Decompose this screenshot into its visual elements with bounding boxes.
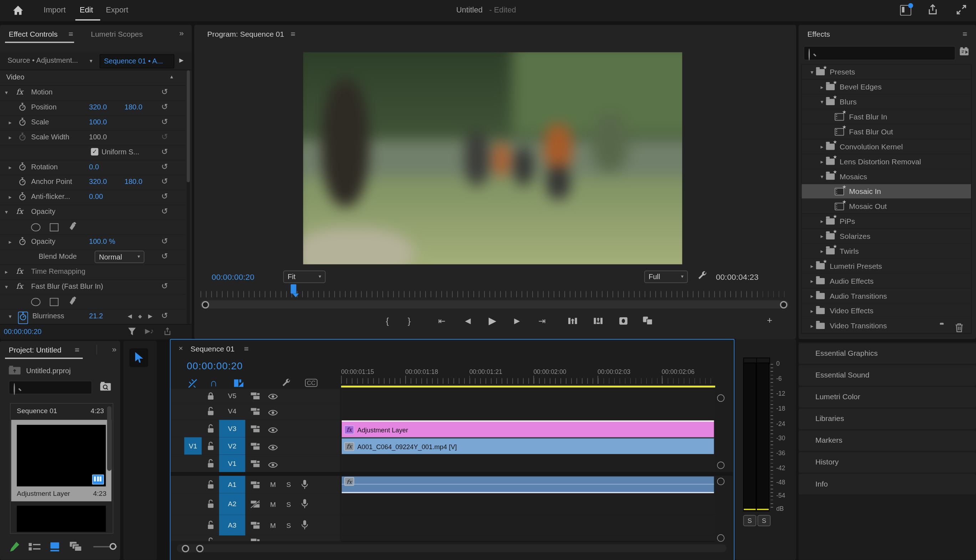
stopwatch-icon[interactable] (18, 162, 26, 173)
blend-mode-select[interactable]: Normal ▾ (95, 251, 144, 263)
reset-icon[interactable]: ↺ (161, 236, 168, 246)
reset-icon[interactable]: ↺ (161, 87, 168, 96)
chevron-icon[interactable]: ▸ (808, 293, 816, 299)
delete-icon[interactable] (955, 323, 964, 335)
rectangle-mask-icon[interactable] (50, 223, 58, 231)
project-breadcrumb[interactable]: Untitled.prproj (26, 367, 71, 374)
chevron-open-icon[interactable]: ▾ (5, 90, 8, 95)
tab-project[interactable]: Project: Untitled (8, 346, 61, 354)
opacity-value-row[interactable]: ▸ Opacity 100.0 % ↺ (0, 235, 186, 250)
fx-icon[interactable]: fx (16, 88, 23, 96)
reset-icon[interactable]: ↺ (161, 311, 168, 320)
source-clip-selector[interactable]: Source • Adjustment... (7, 57, 78, 64)
tree-item-lumetri-presets[interactable]: ▸Lumetri Presets (802, 259, 971, 274)
chevron-open-icon[interactable]: ▾ (5, 284, 8, 290)
pin-to-clip-icon[interactable]: ▶ (179, 57, 184, 63)
new-preset-bin-icon[interactable] (959, 47, 970, 59)
mute-button[interactable]: M (270, 481, 276, 488)
project-search-input[interactable] (8, 381, 92, 394)
project-thumbnail[interactable] (17, 506, 106, 532)
scrollbar-handle-right[interactable] (780, 301, 787, 308)
mute-button[interactable]: M (270, 522, 276, 529)
chevron-icon[interactable]: ▸ (808, 278, 816, 284)
export-keyframes-icon[interactable] (164, 327, 172, 338)
track-lane-v4[interactable] (341, 402, 715, 421)
track-name-v1-targeted[interactable]: V1 (219, 455, 245, 472)
collapse-icon[interactable]: ▴ (170, 73, 173, 80)
chevron-icon[interactable]: ▸ (818, 143, 826, 149)
playback-resolution-select[interactable]: Full ▾ (644, 270, 688, 283)
share-icon[interactable] (928, 3, 938, 18)
stopwatch-icon[interactable] (18, 177, 26, 188)
ellipse-mask-icon[interactable] (31, 298, 40, 306)
button-editor-icon[interactable]: + (767, 315, 772, 325)
eye-icon[interactable] (267, 407, 278, 418)
track-name-v2-targeted[interactable]: V2 (219, 437, 245, 455)
rotation-value[interactable]: 0.0 (89, 163, 99, 170)
tab-lumetri-color[interactable]: Lumetri Color (799, 387, 976, 407)
add-keyframe-icon[interactable]: ◆ (138, 313, 142, 319)
menu-import[interactable]: Import (43, 6, 66, 14)
lock-open-icon[interactable] (207, 459, 214, 470)
filter-properties-icon[interactable] (128, 327, 136, 338)
tree-item-bevel-edges[interactable]: ▸Bevel Edges (802, 80, 971, 95)
tree-item-video-effects[interactable]: ▸Video Effects (802, 304, 971, 319)
comparison-view-icon[interactable] (642, 316, 653, 328)
audio-track-zoom-handle[interactable] (717, 478, 725, 485)
play-icon[interactable]: ▶ (489, 315, 496, 327)
track-lane-a1[interactable]: fx (341, 476, 715, 494)
tree-item-mosaic-out[interactable]: Mosaic Out (802, 199, 971, 214)
scrollbar-thumb[interactable] (187, 70, 190, 182)
pen-mask-icon[interactable] (69, 222, 77, 234)
program-scrollbar[interactable] (201, 300, 789, 309)
lock-open-icon[interactable] (207, 480, 214, 491)
program-preview-frame[interactable] (303, 52, 682, 265)
writable-pencil-icon[interactable] (8, 541, 20, 555)
fast-blur-effect-row[interactable]: ▾ fx Fast Blur (Fast Blur In) ↺ (0, 279, 186, 295)
anchor-y-value[interactable]: 180.0 (124, 178, 142, 185)
home-icon[interactable] (12, 5, 23, 18)
program-timecode[interactable]: 00:00:00:20 (212, 272, 254, 282)
play-audio-icon[interactable]: ▶♪ (145, 327, 154, 335)
tab-essential-graphics[interactable]: Essential Graphics (799, 343, 976, 364)
stopwatch-icon[interactable] (18, 237, 26, 248)
chevron-icon[interactable]: ▸ (818, 233, 826, 239)
chevron-icon[interactable]: ▾ (808, 69, 816, 75)
program-mini-ruler[interactable] (201, 291, 789, 297)
rectangle-mask-icon[interactable] (50, 298, 58, 306)
sync-lock-icon[interactable] (250, 459, 260, 470)
anchor-point-row[interactable]: Anchor Point 320.0 180.0 ↺ (0, 175, 186, 190)
chevron-closed-icon[interactable]: ▸ (8, 119, 12, 125)
track-header-v4[interactable]: V4 (170, 402, 340, 421)
mic-voiceover-icon[interactable] (301, 480, 308, 492)
chevron-icon[interactable]: ▸ (808, 263, 816, 269)
track-name-a2-targeted[interactable]: A2 (219, 493, 245, 515)
stopwatch-icon[interactable] (18, 103, 26, 114)
lift-icon[interactable] (568, 317, 578, 328)
track-name-v4[interactable]: V4 (219, 407, 245, 415)
mic-voiceover-icon[interactable] (301, 499, 308, 511)
track-name-v3-targeted[interactable]: V3 (219, 420, 245, 437)
track-lane-a2[interactable] (341, 493, 715, 516)
eye-icon[interactable] (267, 392, 278, 402)
export-frame-icon[interactable] (618, 317, 628, 328)
mute-button[interactable]: M (270, 500, 276, 508)
sync-lock-icon[interactable] (250, 424, 260, 435)
motion-effect-row[interactable]: ▾ fx Motion ↺ (0, 85, 186, 101)
clip-adjustment-layer[interactable]: fx Adjustment Layer (342, 421, 714, 439)
tab-sequence-01[interactable]: Sequence 01 (191, 345, 234, 353)
scrollbar-handle-right[interactable] (196, 545, 204, 552)
scrollbar-handle-left[interactable] (202, 301, 209, 308)
eye-icon[interactable] (267, 442, 278, 453)
source-patch-v1[interactable]: V1 (184, 437, 202, 455)
panel-menu-icon[interactable]: ≡ (69, 29, 73, 38)
tree-item-blurs[interactable]: ▾Blurs (802, 95, 971, 110)
track-lane-v5[interactable] (341, 389, 715, 403)
anchor-x-value[interactable]: 320.0 (89, 178, 107, 185)
antiflicker-row[interactable]: ▸ Anti-flicker... 0.00 ↺ (0, 190, 186, 205)
sync-lock-icon[interactable] (250, 407, 260, 418)
opacity-value[interactable]: 100.0 % (89, 238, 115, 245)
tree-item-audio-effects[interactable]: ▸Audio Effects (802, 274, 971, 289)
clip-a001-audio[interactable]: fx (342, 477, 714, 493)
scrollbar-handle-left[interactable] (182, 545, 189, 552)
